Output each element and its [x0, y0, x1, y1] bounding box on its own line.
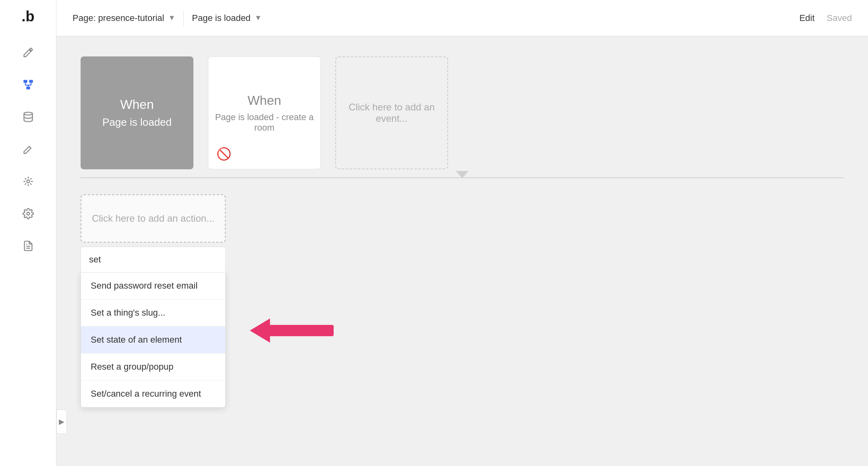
add-action-label: Click here to add an action...	[84, 205, 222, 232]
dropdown-item-send-password[interactable]: Send password reset email	[81, 273, 225, 300]
svg-rect-0	[23, 80, 27, 83]
edit-button[interactable]: Edit	[799, 13, 815, 23]
docs-icon[interactable]	[19, 237, 37, 255]
sidebar: .b	[0, 0, 56, 466]
dropdown-item-reset-group[interactable]: Reset a group/popup	[81, 354, 225, 381]
sidebar-collapse-toggle[interactable]: ▶	[56, 410, 67, 434]
when-light-label: When	[247, 93, 281, 108]
section-divider	[81, 177, 844, 178]
arrow-head-icon	[250, 318, 270, 343]
main-area: Page: presence-tutorial ▼ Page is loaded…	[56, 0, 868, 466]
page-label: Page: presence-tutorial	[73, 13, 164, 23]
top-header: Page: presence-tutorial ▼ Page is loaded…	[56, 0, 868, 36]
dropdown-item-set-cancel[interactable]: Set/cancel a recurring event	[81, 381, 225, 407]
svg-point-8	[24, 112, 32, 115]
collapse-arrow-icon: ▶	[59, 417, 64, 426]
when-light-subtitle: Page is loaded - create a room	[208, 112, 320, 133]
dropdown-item-set-slug[interactable]: Set a thing's slug...	[81, 300, 225, 327]
add-action-box[interactable]: Click here to add an action...	[81, 194, 226, 243]
action-dropdown-container: Send password reset email Set a thing's …	[81, 247, 844, 408]
lower-section: Click here to add an action... Send pass…	[81, 186, 844, 408]
when-dark-label: When	[120, 97, 154, 112]
svg-point-10	[27, 212, 29, 215]
divider-arrow-icon	[456, 171, 469, 178]
when-page-loaded-card[interactable]: When Page is loaded	[81, 56, 193, 169]
when-create-room-card[interactable]: When Page is loaded - create a room 🚫	[208, 56, 321, 169]
no-entry-icon: 🚫	[216, 147, 231, 161]
app-container: .b	[0, 0, 868, 466]
workflows-icon[interactable]	[19, 76, 37, 94]
event-selector[interactable]: Page is loaded ▼	[192, 13, 791, 23]
cards-row: When Page is loaded When Page is loaded …	[81, 56, 844, 169]
svg-rect-2	[26, 87, 30, 89]
add-event-card[interactable]: Click here to add an event...	[335, 56, 448, 169]
dropdown-item-set-state[interactable]: Set state of an element	[81, 327, 225, 354]
arrow-shaft	[269, 325, 334, 336]
page-dropdown-arrow: ▼	[168, 14, 175, 22]
event-label: Page is loaded	[192, 13, 251, 23]
design-icon[interactable]	[19, 44, 37, 61]
when-dark-subtitle: Page is loaded	[102, 116, 172, 129]
saved-status: Saved	[827, 13, 852, 23]
canvas-area: When Page is loaded When Page is loaded …	[56, 36, 868, 466]
page-selector[interactable]: Page: presence-tutorial ▼	[73, 13, 175, 23]
styles-icon[interactable]	[19, 140, 37, 158]
header-divider	[183, 10, 184, 26]
add-event-label: Click here to add an event...	[336, 94, 447, 132]
app-logo: .b	[22, 8, 35, 25]
action-dropdown-menu: Send password reset email Set a thing's …	[81, 272, 226, 408]
plugins-icon[interactable]	[19, 173, 37, 190]
database-icon[interactable]	[19, 108, 37, 126]
svg-rect-1	[29, 80, 33, 83]
svg-point-9	[27, 180, 29, 183]
arrow-annotation	[250, 318, 334, 343]
action-search-input[interactable]	[81, 247, 226, 272]
header-actions: Edit Saved	[799, 13, 852, 23]
event-dropdown-arrow: ▼	[255, 14, 262, 22]
settings-icon[interactable]	[19, 205, 37, 223]
